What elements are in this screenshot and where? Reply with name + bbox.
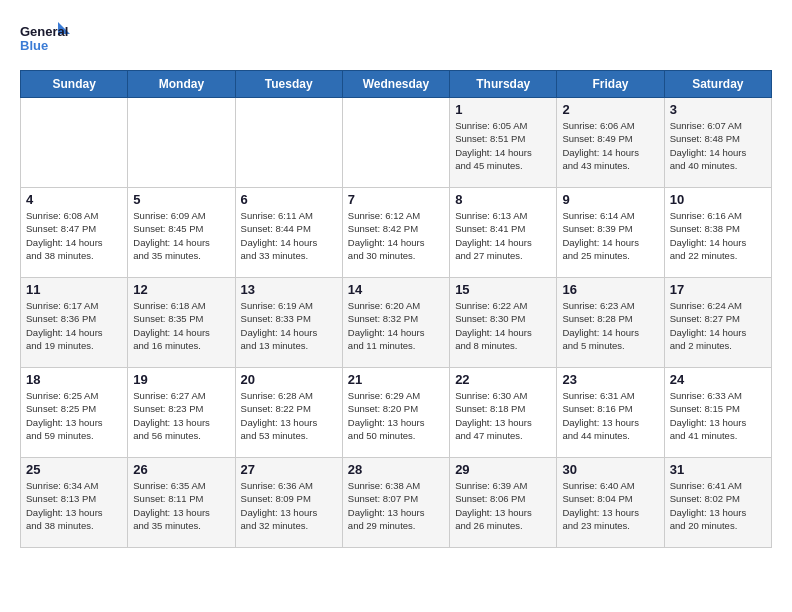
day-info: Sunrise: 6:29 AM Sunset: 8:20 PM Dayligh… <box>348 389 444 442</box>
weekday-header: Thursday <box>450 71 557 98</box>
calendar-cell: 2Sunrise: 6:06 AM Sunset: 8:49 PM Daylig… <box>557 98 664 188</box>
day-info: Sunrise: 6:25 AM Sunset: 8:25 PM Dayligh… <box>26 389 122 442</box>
day-number: 11 <box>26 282 122 297</box>
calendar-cell: 13Sunrise: 6:19 AM Sunset: 8:33 PM Dayli… <box>235 278 342 368</box>
weekday-header: Sunday <box>21 71 128 98</box>
day-info: Sunrise: 6:38 AM Sunset: 8:07 PM Dayligh… <box>348 479 444 532</box>
calendar-cell: 16Sunrise: 6:23 AM Sunset: 8:28 PM Dayli… <box>557 278 664 368</box>
day-number: 28 <box>348 462 444 477</box>
day-info: Sunrise: 6:18 AM Sunset: 8:35 PM Dayligh… <box>133 299 229 352</box>
day-number: 21 <box>348 372 444 387</box>
day-number: 23 <box>562 372 658 387</box>
day-number: 9 <box>562 192 658 207</box>
day-number: 1 <box>455 102 551 117</box>
calendar-cell: 30Sunrise: 6:40 AM Sunset: 8:04 PM Dayli… <box>557 458 664 548</box>
day-number: 13 <box>241 282 337 297</box>
weekday-header: Wednesday <box>342 71 449 98</box>
calendar-cell <box>128 98 235 188</box>
page-header: GeneralBlue <box>20 20 772 60</box>
day-info: Sunrise: 6:36 AM Sunset: 8:09 PM Dayligh… <box>241 479 337 532</box>
day-info: Sunrise: 6:22 AM Sunset: 8:30 PM Dayligh… <box>455 299 551 352</box>
calendar-cell <box>235 98 342 188</box>
day-info: Sunrise: 6:28 AM Sunset: 8:22 PM Dayligh… <box>241 389 337 442</box>
svg-text:Blue: Blue <box>20 38 48 53</box>
logo-svg: GeneralBlue <box>20 20 75 60</box>
day-info: Sunrise: 6:30 AM Sunset: 8:18 PM Dayligh… <box>455 389 551 442</box>
day-info: Sunrise: 6:39 AM Sunset: 8:06 PM Dayligh… <box>455 479 551 532</box>
day-number: 4 <box>26 192 122 207</box>
weekday-header: Monday <box>128 71 235 98</box>
calendar-cell: 11Sunrise: 6:17 AM Sunset: 8:36 PM Dayli… <box>21 278 128 368</box>
calendar-cell: 27Sunrise: 6:36 AM Sunset: 8:09 PM Dayli… <box>235 458 342 548</box>
calendar-cell: 17Sunrise: 6:24 AM Sunset: 8:27 PM Dayli… <box>664 278 771 368</box>
day-info: Sunrise: 6:13 AM Sunset: 8:41 PM Dayligh… <box>455 209 551 262</box>
day-info: Sunrise: 6:05 AM Sunset: 8:51 PM Dayligh… <box>455 119 551 172</box>
day-info: Sunrise: 6:16 AM Sunset: 8:38 PM Dayligh… <box>670 209 766 262</box>
day-number: 18 <box>26 372 122 387</box>
calendar-cell: 22Sunrise: 6:30 AM Sunset: 8:18 PM Dayli… <box>450 368 557 458</box>
day-number: 31 <box>670 462 766 477</box>
day-number: 19 <box>133 372 229 387</box>
calendar-cell: 7Sunrise: 6:12 AM Sunset: 8:42 PM Daylig… <box>342 188 449 278</box>
day-info: Sunrise: 6:06 AM Sunset: 8:49 PM Dayligh… <box>562 119 658 172</box>
day-number: 15 <box>455 282 551 297</box>
day-number: 30 <box>562 462 658 477</box>
day-number: 16 <box>562 282 658 297</box>
weekday-header: Friday <box>557 71 664 98</box>
logo: GeneralBlue <box>20 20 75 60</box>
calendar-cell: 3Sunrise: 6:07 AM Sunset: 8:48 PM Daylig… <box>664 98 771 188</box>
calendar-cell: 20Sunrise: 6:28 AM Sunset: 8:22 PM Dayli… <box>235 368 342 458</box>
calendar-cell: 26Sunrise: 6:35 AM Sunset: 8:11 PM Dayli… <box>128 458 235 548</box>
day-info: Sunrise: 6:08 AM Sunset: 8:47 PM Dayligh… <box>26 209 122 262</box>
day-number: 29 <box>455 462 551 477</box>
day-number: 25 <box>26 462 122 477</box>
weekday-header: Saturday <box>664 71 771 98</box>
day-info: Sunrise: 6:34 AM Sunset: 8:13 PM Dayligh… <box>26 479 122 532</box>
day-info: Sunrise: 6:33 AM Sunset: 8:15 PM Dayligh… <box>670 389 766 442</box>
day-number: 27 <box>241 462 337 477</box>
calendar-cell: 4Sunrise: 6:08 AM Sunset: 8:47 PM Daylig… <box>21 188 128 278</box>
day-number: 17 <box>670 282 766 297</box>
day-number: 22 <box>455 372 551 387</box>
calendar-cell: 31Sunrise: 6:41 AM Sunset: 8:02 PM Dayli… <box>664 458 771 548</box>
calendar-cell: 8Sunrise: 6:13 AM Sunset: 8:41 PM Daylig… <box>450 188 557 278</box>
calendar-cell <box>21 98 128 188</box>
calendar-table: SundayMondayTuesdayWednesdayThursdayFrid… <box>20 70 772 548</box>
calendar-cell: 14Sunrise: 6:20 AM Sunset: 8:32 PM Dayli… <box>342 278 449 368</box>
day-info: Sunrise: 6:40 AM Sunset: 8:04 PM Dayligh… <box>562 479 658 532</box>
calendar-cell: 28Sunrise: 6:38 AM Sunset: 8:07 PM Dayli… <box>342 458 449 548</box>
day-info: Sunrise: 6:35 AM Sunset: 8:11 PM Dayligh… <box>133 479 229 532</box>
calendar-cell: 5Sunrise: 6:09 AM Sunset: 8:45 PM Daylig… <box>128 188 235 278</box>
day-number: 12 <box>133 282 229 297</box>
day-info: Sunrise: 6:27 AM Sunset: 8:23 PM Dayligh… <box>133 389 229 442</box>
calendar-cell <box>342 98 449 188</box>
calendar-header: SundayMondayTuesdayWednesdayThursdayFrid… <box>21 71 772 98</box>
calendar-cell: 1Sunrise: 6:05 AM Sunset: 8:51 PM Daylig… <box>450 98 557 188</box>
svg-text:General: General <box>20 24 68 39</box>
calendar-cell: 25Sunrise: 6:34 AM Sunset: 8:13 PM Dayli… <box>21 458 128 548</box>
day-number: 3 <box>670 102 766 117</box>
day-info: Sunrise: 6:11 AM Sunset: 8:44 PM Dayligh… <box>241 209 337 262</box>
calendar-cell: 21Sunrise: 6:29 AM Sunset: 8:20 PM Dayli… <box>342 368 449 458</box>
day-info: Sunrise: 6:12 AM Sunset: 8:42 PM Dayligh… <box>348 209 444 262</box>
day-number: 7 <box>348 192 444 207</box>
day-info: Sunrise: 6:31 AM Sunset: 8:16 PM Dayligh… <box>562 389 658 442</box>
day-info: Sunrise: 6:41 AM Sunset: 8:02 PM Dayligh… <box>670 479 766 532</box>
calendar-cell: 15Sunrise: 6:22 AM Sunset: 8:30 PM Dayli… <box>450 278 557 368</box>
calendar-cell: 9Sunrise: 6:14 AM Sunset: 8:39 PM Daylig… <box>557 188 664 278</box>
day-info: Sunrise: 6:14 AM Sunset: 8:39 PM Dayligh… <box>562 209 658 262</box>
day-number: 2 <box>562 102 658 117</box>
day-info: Sunrise: 6:24 AM Sunset: 8:27 PM Dayligh… <box>670 299 766 352</box>
calendar-cell: 29Sunrise: 6:39 AM Sunset: 8:06 PM Dayli… <box>450 458 557 548</box>
day-number: 6 <box>241 192 337 207</box>
day-info: Sunrise: 6:20 AM Sunset: 8:32 PM Dayligh… <box>348 299 444 352</box>
calendar-cell: 23Sunrise: 6:31 AM Sunset: 8:16 PM Dayli… <box>557 368 664 458</box>
day-number: 20 <box>241 372 337 387</box>
day-info: Sunrise: 6:07 AM Sunset: 8:48 PM Dayligh… <box>670 119 766 172</box>
calendar-cell: 10Sunrise: 6:16 AM Sunset: 8:38 PM Dayli… <box>664 188 771 278</box>
day-number: 10 <box>670 192 766 207</box>
day-info: Sunrise: 6:09 AM Sunset: 8:45 PM Dayligh… <box>133 209 229 262</box>
day-number: 8 <box>455 192 551 207</box>
calendar-cell: 12Sunrise: 6:18 AM Sunset: 8:35 PM Dayli… <box>128 278 235 368</box>
day-number: 26 <box>133 462 229 477</box>
